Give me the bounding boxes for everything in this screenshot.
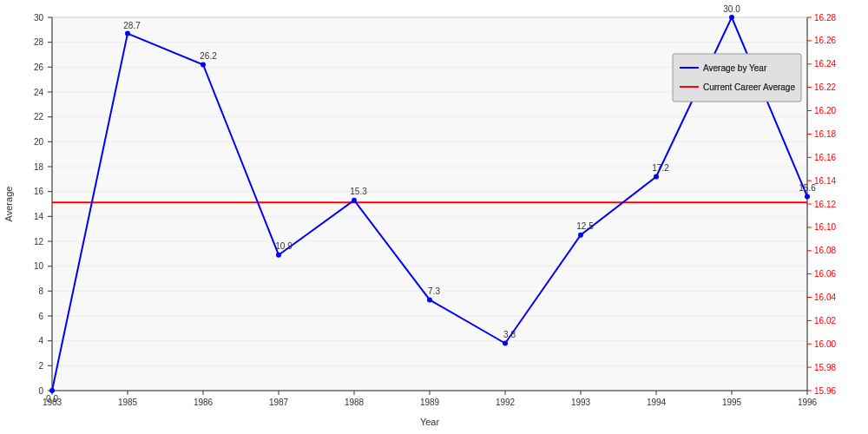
svg-text:8: 8: [38, 286, 43, 296]
svg-point-118: [49, 388, 55, 393]
y-left-axis: 0 2 4 6 8 10 12 14 16: [34, 13, 52, 396]
legend-text-line2: Current Career Average: [703, 82, 795, 92]
svg-text:16.12: 16.12: [814, 200, 836, 209]
legend-text-line1: Average by Year: [703, 63, 767, 73]
svg-text:1994: 1994: [647, 398, 667, 407]
svg-point-122: [352, 198, 357, 203]
svg-text:12.5: 12.5: [576, 221, 594, 231]
svg-text:18: 18: [34, 162, 44, 172]
svg-text:1988: 1988: [345, 398, 365, 407]
svg-text:30.0: 30.0: [723, 4, 740, 14]
y-right-axis: 15.96 15.98 16.00 16.02 16.04 16.06 16.0…: [807, 13, 836, 396]
svg-text:1993: 1993: [571, 398, 591, 407]
svg-text:15.3: 15.3: [350, 187, 367, 196]
svg-point-119: [125, 31, 130, 36]
svg-text:2: 2: [38, 361, 43, 371]
svg-text:12: 12: [34, 237, 44, 247]
svg-text:10.9: 10.9: [275, 241, 293, 251]
svg-text:28: 28: [34, 37, 44, 47]
svg-point-126: [654, 174, 659, 180]
svg-text:24: 24: [34, 88, 44, 97]
svg-text:16: 16: [34, 187, 44, 196]
svg-text:16.10: 16.10: [814, 222, 836, 232]
x-axis-label: Year: [420, 417, 440, 427]
svg-text:16.20: 16.20: [814, 106, 836, 115]
svg-text:15.6: 15.6: [799, 183, 816, 193]
svg-text:16.00: 16.00: [814, 339, 836, 349]
x-axis: 1983 1985 1986 1987 1988 1989 1992 1993 …: [43, 391, 818, 407]
svg-text:16.24: 16.24: [814, 59, 836, 69]
svg-point-128: [805, 194, 810, 199]
svg-point-127: [729, 15, 734, 20]
svg-text:16.28: 16.28: [814, 13, 836, 23]
svg-text:16.18: 16.18: [814, 129, 836, 139]
svg-text:26: 26: [34, 62, 44, 72]
svg-text:14: 14: [34, 212, 44, 221]
svg-text:30: 30: [34, 13, 44, 23]
svg-text:22: 22: [34, 112, 44, 122]
svg-text:6: 6: [38, 312, 43, 321]
svg-text:1985: 1985: [118, 398, 138, 407]
svg-point-123: [427, 297, 432, 302]
svg-text:1987: 1987: [269, 398, 289, 407]
svg-text:7.3: 7.3: [428, 286, 440, 296]
svg-text:15.96: 15.96: [814, 386, 836, 396]
svg-text:16.04: 16.04: [814, 293, 836, 302]
svg-point-124: [503, 341, 508, 346]
svg-text:20: 20: [34, 137, 44, 147]
svg-text:16.26: 16.26: [814, 36, 836, 45]
chart-container: 0 2 4 6 8 10 12 14 16: [0, 0, 868, 434]
svg-text:1996: 1996: [798, 398, 818, 407]
svg-point-121: [276, 253, 281, 258]
svg-point-120: [201, 62, 206, 68]
svg-text:16.02: 16.02: [814, 316, 836, 326]
svg-text:16.16: 16.16: [814, 153, 836, 162]
svg-text:28.7: 28.7: [123, 21, 141, 30]
svg-text:0.0: 0.0: [46, 394, 58, 404]
svg-text:16.22: 16.22: [814, 82, 836, 92]
svg-text:10: 10: [34, 261, 44, 271]
svg-text:16.14: 16.14: [814, 176, 836, 186]
svg-text:1986: 1986: [194, 398, 214, 407]
chart-svg: 0 2 4 6 8 10 12 14 16: [0, 0, 868, 434]
svg-text:16.08: 16.08: [814, 246, 836, 255]
y-left-label: Average: [3, 187, 14, 222]
svg-text:0: 0: [38, 386, 43, 396]
svg-text:16.06: 16.06: [814, 269, 836, 279]
svg-point-125: [578, 233, 583, 238]
svg-text:4: 4: [38, 336, 43, 345]
svg-text:26.2: 26.2: [200, 51, 217, 61]
svg-text:3.8: 3.8: [503, 330, 516, 339]
svg-text:1995: 1995: [722, 398, 742, 407]
svg-text:17.2: 17.2: [652, 163, 669, 173]
svg-text:15.98: 15.98: [814, 363, 836, 372]
svg-text:1989: 1989: [420, 398, 440, 407]
legend-box: [673, 54, 801, 102]
svg-text:1992: 1992: [496, 398, 516, 407]
